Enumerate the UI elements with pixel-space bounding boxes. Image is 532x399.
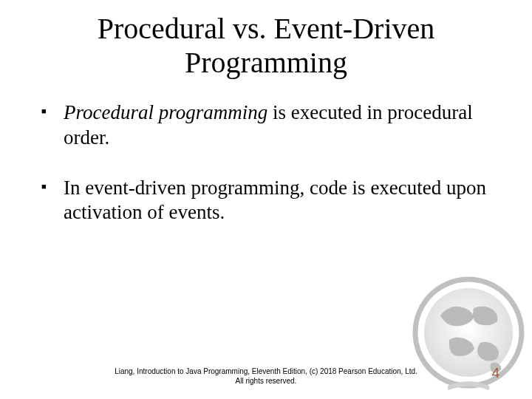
footer-line2: All rights reserved. bbox=[0, 377, 532, 386]
list-item: Procedural programming is executed in pr… bbox=[46, 100, 502, 151]
bullet-emphasis: Procedural programming bbox=[64, 101, 267, 123]
footer: Liang, Introduction to Java Programming,… bbox=[0, 367, 532, 386]
bullet-text: In event-driven programming, code is exe… bbox=[64, 177, 486, 224]
page-number: 4 bbox=[491, 365, 499, 381]
svg-point-0 bbox=[424, 288, 513, 377]
list-item: In event-driven programming, code is exe… bbox=[46, 176, 502, 226]
bullet-list: Procedural programming is executed in pr… bbox=[30, 100, 502, 225]
slide: Procedural vs. Event-Driven Programming … bbox=[0, 0, 532, 399]
footer-line1: Liang, Introduction to Java Programming,… bbox=[0, 367, 532, 377]
slide-title: Procedural vs. Event-Driven Programming bbox=[30, 12, 502, 80]
